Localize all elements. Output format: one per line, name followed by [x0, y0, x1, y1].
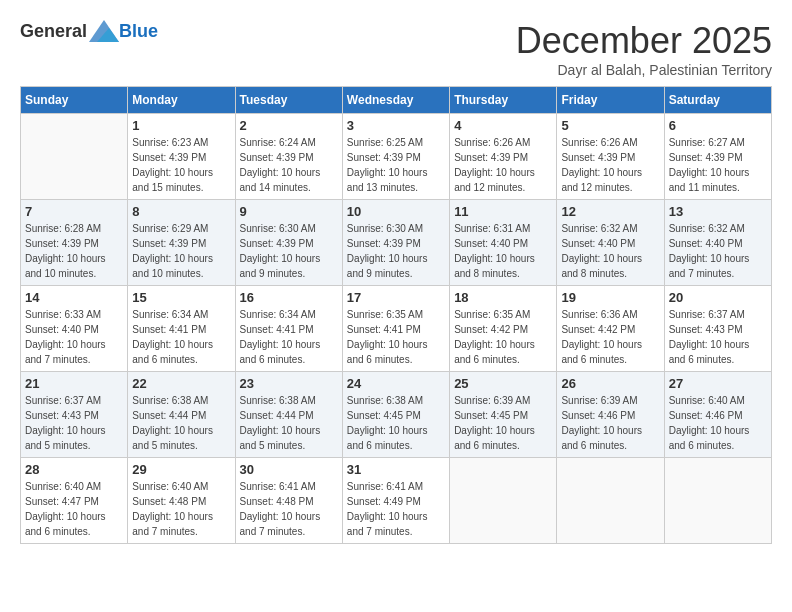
day-info: Sunrise: 6:35 AMSunset: 4:42 PMDaylight:… [454, 307, 552, 367]
day-number: 22 [132, 376, 230, 391]
day-info: Sunrise: 6:27 AMSunset: 4:39 PMDaylight:… [669, 135, 767, 195]
table-row: 12Sunrise: 6:32 AMSunset: 4:40 PMDayligh… [557, 200, 664, 286]
table-row: 4Sunrise: 6:26 AMSunset: 4:39 PMDaylight… [450, 114, 557, 200]
header-tuesday: Tuesday [235, 87, 342, 114]
table-row: 23Sunrise: 6:38 AMSunset: 4:44 PMDayligh… [235, 372, 342, 458]
day-info: Sunrise: 6:37 AMSunset: 4:43 PMDaylight:… [669, 307, 767, 367]
location-subtitle: Dayr al Balah, Palestinian Territory [516, 62, 772, 78]
table-row: 1Sunrise: 6:23 AMSunset: 4:39 PMDaylight… [128, 114, 235, 200]
day-info: Sunrise: 6:40 AMSunset: 4:46 PMDaylight:… [669, 393, 767, 453]
table-row: 10Sunrise: 6:30 AMSunset: 4:39 PMDayligh… [342, 200, 449, 286]
day-number: 16 [240, 290, 338, 305]
day-info: Sunrise: 6:33 AMSunset: 4:40 PMDaylight:… [25, 307, 123, 367]
day-number: 19 [561, 290, 659, 305]
day-info: Sunrise: 6:32 AMSunset: 4:40 PMDaylight:… [669, 221, 767, 281]
table-row: 22Sunrise: 6:38 AMSunset: 4:44 PMDayligh… [128, 372, 235, 458]
header-sunday: Sunday [21, 87, 128, 114]
day-info: Sunrise: 6:40 AMSunset: 4:48 PMDaylight:… [132, 479, 230, 539]
day-info: Sunrise: 6:41 AMSunset: 4:48 PMDaylight:… [240, 479, 338, 539]
table-row [21, 114, 128, 200]
header-friday: Friday [557, 87, 664, 114]
day-info: Sunrise: 6:28 AMSunset: 4:39 PMDaylight:… [25, 221, 123, 281]
day-number: 18 [454, 290, 552, 305]
day-info: Sunrise: 6:24 AMSunset: 4:39 PMDaylight:… [240, 135, 338, 195]
day-info: Sunrise: 6:37 AMSunset: 4:43 PMDaylight:… [25, 393, 123, 453]
header-wednesday: Wednesday [342, 87, 449, 114]
calendar-week-row: 28Sunrise: 6:40 AMSunset: 4:47 PMDayligh… [21, 458, 772, 544]
table-row: 13Sunrise: 6:32 AMSunset: 4:40 PMDayligh… [664, 200, 771, 286]
day-number: 9 [240, 204, 338, 219]
calendar-week-row: 21Sunrise: 6:37 AMSunset: 4:43 PMDayligh… [21, 372, 772, 458]
header-thursday: Thursday [450, 87, 557, 114]
day-number: 6 [669, 118, 767, 133]
day-number: 29 [132, 462, 230, 477]
day-info: Sunrise: 6:30 AMSunset: 4:39 PMDaylight:… [240, 221, 338, 281]
day-info: Sunrise: 6:36 AMSunset: 4:42 PMDaylight:… [561, 307, 659, 367]
day-number: 31 [347, 462, 445, 477]
day-number: 2 [240, 118, 338, 133]
logo: General Blue [20, 20, 158, 42]
logo-icon [89, 20, 119, 42]
table-row: 19Sunrise: 6:36 AMSunset: 4:42 PMDayligh… [557, 286, 664, 372]
day-number: 11 [454, 204, 552, 219]
day-number: 26 [561, 376, 659, 391]
day-info: Sunrise: 6:38 AMSunset: 4:45 PMDaylight:… [347, 393, 445, 453]
day-info: Sunrise: 6:23 AMSunset: 4:39 PMDaylight:… [132, 135, 230, 195]
table-row: 27Sunrise: 6:40 AMSunset: 4:46 PMDayligh… [664, 372, 771, 458]
table-row: 18Sunrise: 6:35 AMSunset: 4:42 PMDayligh… [450, 286, 557, 372]
table-row: 31Sunrise: 6:41 AMSunset: 4:49 PMDayligh… [342, 458, 449, 544]
day-number: 5 [561, 118, 659, 133]
day-number: 8 [132, 204, 230, 219]
day-number: 20 [669, 290, 767, 305]
day-number: 10 [347, 204, 445, 219]
table-row: 16Sunrise: 6:34 AMSunset: 4:41 PMDayligh… [235, 286, 342, 372]
table-row: 3Sunrise: 6:25 AMSunset: 4:39 PMDaylight… [342, 114, 449, 200]
day-number: 14 [25, 290, 123, 305]
day-info: Sunrise: 6:26 AMSunset: 4:39 PMDaylight:… [561, 135, 659, 195]
table-row: 7Sunrise: 6:28 AMSunset: 4:39 PMDaylight… [21, 200, 128, 286]
day-number: 13 [669, 204, 767, 219]
day-number: 4 [454, 118, 552, 133]
table-row: 20Sunrise: 6:37 AMSunset: 4:43 PMDayligh… [664, 286, 771, 372]
header-monday: Monday [128, 87, 235, 114]
header-saturday: Saturday [664, 87, 771, 114]
logo-general: General [20, 21, 87, 42]
day-number: 28 [25, 462, 123, 477]
table-row: 15Sunrise: 6:34 AMSunset: 4:41 PMDayligh… [128, 286, 235, 372]
day-number: 30 [240, 462, 338, 477]
logo-blue: Blue [119, 21, 158, 42]
calendar-week-row: 7Sunrise: 6:28 AMSunset: 4:39 PMDaylight… [21, 200, 772, 286]
table-row: 21Sunrise: 6:37 AMSunset: 4:43 PMDayligh… [21, 372, 128, 458]
day-info: Sunrise: 6:29 AMSunset: 4:39 PMDaylight:… [132, 221, 230, 281]
table-row: 30Sunrise: 6:41 AMSunset: 4:48 PMDayligh… [235, 458, 342, 544]
day-info: Sunrise: 6:35 AMSunset: 4:41 PMDaylight:… [347, 307, 445, 367]
day-number: 21 [25, 376, 123, 391]
table-row: 29Sunrise: 6:40 AMSunset: 4:48 PMDayligh… [128, 458, 235, 544]
day-number: 12 [561, 204, 659, 219]
day-info: Sunrise: 6:39 AMSunset: 4:46 PMDaylight:… [561, 393, 659, 453]
day-number: 15 [132, 290, 230, 305]
day-info: Sunrise: 6:32 AMSunset: 4:40 PMDaylight:… [561, 221, 659, 281]
day-number: 3 [347, 118, 445, 133]
table-row: 9Sunrise: 6:30 AMSunset: 4:39 PMDaylight… [235, 200, 342, 286]
day-number: 7 [25, 204, 123, 219]
title-area: December 2025 Dayr al Balah, Palestinian… [516, 20, 772, 78]
month-title: December 2025 [516, 20, 772, 62]
table-row: 14Sunrise: 6:33 AMSunset: 4:40 PMDayligh… [21, 286, 128, 372]
day-info: Sunrise: 6:31 AMSunset: 4:40 PMDaylight:… [454, 221, 552, 281]
table-row: 26Sunrise: 6:39 AMSunset: 4:46 PMDayligh… [557, 372, 664, 458]
table-row: 11Sunrise: 6:31 AMSunset: 4:40 PMDayligh… [450, 200, 557, 286]
table-row: 2Sunrise: 6:24 AMSunset: 4:39 PMDaylight… [235, 114, 342, 200]
day-info: Sunrise: 6:26 AMSunset: 4:39 PMDaylight:… [454, 135, 552, 195]
table-row [450, 458, 557, 544]
day-number: 25 [454, 376, 552, 391]
calendar-week-row: 1Sunrise: 6:23 AMSunset: 4:39 PMDaylight… [21, 114, 772, 200]
day-info: Sunrise: 6:41 AMSunset: 4:49 PMDaylight:… [347, 479, 445, 539]
day-info: Sunrise: 6:34 AMSunset: 4:41 PMDaylight:… [132, 307, 230, 367]
day-number: 27 [669, 376, 767, 391]
day-info: Sunrise: 6:38 AMSunset: 4:44 PMDaylight:… [132, 393, 230, 453]
day-number: 24 [347, 376, 445, 391]
table-row: 17Sunrise: 6:35 AMSunset: 4:41 PMDayligh… [342, 286, 449, 372]
table-row: 28Sunrise: 6:40 AMSunset: 4:47 PMDayligh… [21, 458, 128, 544]
day-info: Sunrise: 6:30 AMSunset: 4:39 PMDaylight:… [347, 221, 445, 281]
